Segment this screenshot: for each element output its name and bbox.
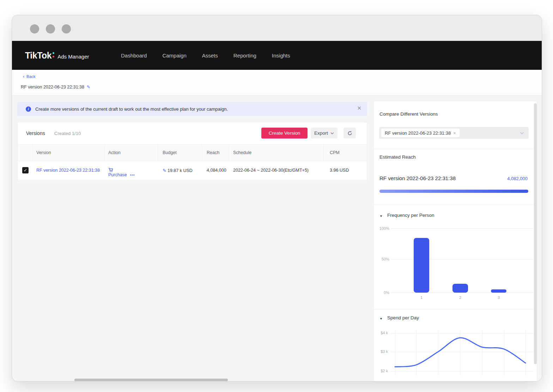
row-checkbox[interactable]: ✓ [22, 167, 29, 173]
x-tick-label: 2 [452, 295, 468, 300]
divider [374, 309, 537, 310]
logo-wordmark: TikTok [25, 50, 51, 61]
column-header-schedule[interactable]: Schedule [233, 150, 251, 155]
frequency-bar [452, 284, 468, 293]
versions-panel: Versions Created 1/10 Create Version Exp… [17, 122, 367, 181]
spend-line-chart [390, 330, 533, 376]
refresh-button[interactable] [344, 128, 356, 139]
column-header-action[interactable]: Action [108, 150, 121, 155]
action-cell[interactable]: Purchase••• [108, 168, 135, 177]
schedule-cell: 2022-06-24 ~ 2022-06-30(Etc/GMT+5) [233, 168, 309, 173]
cpm-cell: 3.96 USD [330, 168, 349, 173]
collapse-icon[interactable]: ▾ [380, 317, 382, 320]
cart-icon [108, 168, 113, 172]
edit-title-icon[interactable]: ✎ [87, 85, 90, 90]
edit-budget-icon[interactable]: ✎ [163, 168, 166, 173]
traffic-light-icon[interactable] [62, 24, 71, 33]
nav-item-reporting[interactable]: Reporting [233, 53, 256, 59]
y-tick-label: 50% [375, 257, 389, 261]
column-header-version[interactable]: Version [36, 150, 51, 155]
nav-item-campaign[interactable]: Campaign [162, 53, 186, 59]
nav-menu: Dashboard Campaign Assets Reporting Insi… [121, 41, 290, 70]
gridline [390, 293, 533, 293]
estimated-reach-bar [379, 190, 528, 193]
versions-created-count: Created 1/10 [54, 131, 81, 136]
app-window: TikTok Ads Manager Dashboard Campaign As… [12, 15, 542, 381]
chevron-left-icon: ‹ [23, 74, 24, 79]
banner-text: Create more versions of the current draf… [35, 106, 228, 112]
tiktok-logo[interactable]: TikTok Ads Manager [25, 41, 89, 70]
traffic-light-icon[interactable] [46, 24, 55, 33]
y-tick-label: $4 k [374, 331, 388, 335]
export-button[interactable]: Export [311, 128, 338, 139]
compare-title: Compare Different Versions [379, 111, 438, 117]
nav-item-dashboard[interactable]: Dashboard [121, 53, 147, 59]
spend-line-path [395, 338, 525, 367]
spend-chart-title: Spend per Day [387, 315, 419, 320]
window-titlebar [12, 15, 542, 41]
budget-value: 19.87 k USD [168, 168, 193, 173]
y-tick-label: 0% [375, 290, 389, 295]
table-header: Version Action Budget Reach Schedule CPM [18, 144, 367, 161]
y-tick-label: $3 k [374, 349, 388, 354]
top-navbar: TikTok Ads Manager Dashboard Campaign As… [12, 41, 542, 70]
versions-title: Versions [26, 130, 45, 136]
estimated-reach-title: Estimated Reach [379, 154, 416, 160]
frequency-bars [390, 228, 533, 293]
logo-suffix: Ads Manager [57, 54, 89, 60]
nav-item-insights[interactable]: Insights [272, 53, 290, 59]
x-tick-label: 1 [414, 295, 429, 300]
version-select[interactable]: RF version 2022-06-23 22:31:38 × [379, 127, 529, 139]
y-tick-label: $2 k [374, 369, 388, 373]
selected-version-tag: RF version 2022-06-23 22:31:38 × [381, 129, 460, 137]
column-header-reach[interactable]: Reach [207, 150, 219, 155]
more-actions-icon[interactable]: ••• [130, 173, 135, 177]
page-title: RF version 2022-06-23 22:31:38 [21, 85, 84, 90]
column-header-cpm[interactable]: CPM [330, 150, 340, 155]
frequency-bar [491, 289, 506, 293]
estimated-reach-label: RF version 2022-06-23 22:31:38 [379, 175, 456, 181]
back-label: Back [26, 74, 36, 79]
column-header-budget[interactable]: Budget [163, 150, 177, 155]
y-tick-label: 100% [375, 226, 389, 231]
create-version-button[interactable]: Create Version [261, 128, 308, 139]
chevron-down-icon [520, 132, 524, 134]
export-label: Export [314, 130, 328, 136]
remove-tag-icon[interactable]: × [453, 130, 456, 136]
breadcrumb: ‹Back RF version 2022-06-23 22:31:38✎ [12, 70, 542, 96]
traffic-light-icon[interactable] [30, 24, 39, 33]
tag-label: RF version 2022-06-23 22:31:38 [385, 130, 451, 136]
table-row: ✓ RF version 2022-06-23 22:31:38 Purchas… [18, 161, 367, 180]
nav-item-assets[interactable]: Assets [202, 53, 218, 59]
version-link[interactable]: RF version 2022-06-23 22:31:38 [36, 168, 100, 173]
panel-scrollbar[interactable] [534, 103, 537, 364]
logo-colon-icon [53, 52, 54, 57]
budget-cell: ✎ 19.87 k USD [163, 168, 193, 173]
divider [374, 204, 537, 205]
compare-panel: Compare Different Versions RF version 20… [373, 101, 537, 381]
banner-close-icon[interactable]: ✕ [357, 105, 361, 111]
frequency-bar [414, 238, 429, 293]
info-banner: i Create more versions of the current dr… [17, 102, 367, 116]
back-button[interactable]: ‹Back [23, 74, 36, 79]
refresh-icon [347, 131, 352, 136]
collapse-icon[interactable]: ▾ [380, 214, 382, 218]
estimated-reach-value: 4,082,000 [507, 176, 528, 181]
divider [374, 149, 537, 149]
reach-cell: 4,084,000 [207, 168, 226, 173]
horizontal-scrollbar[interactable] [74, 379, 228, 381]
frequency-chart-title: Frequency per Person [387, 213, 435, 218]
info-icon: i [26, 106, 31, 112]
chevron-down-icon [330, 132, 334, 134]
x-tick-label: 3 [491, 295, 506, 300]
action-label: Purchase [108, 172, 127, 177]
